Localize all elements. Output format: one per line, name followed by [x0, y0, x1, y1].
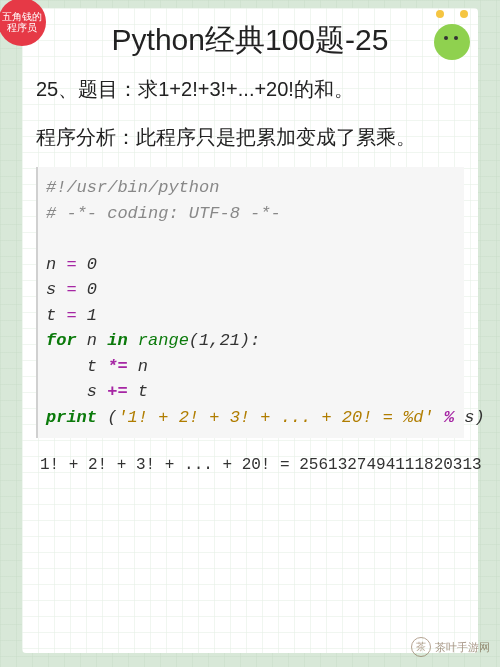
- program-analysis: 程序分析：此程序只是把累加变成了累乘。: [36, 123, 464, 151]
- watermark-icon: 茶: [411, 637, 431, 657]
- badge-line1: 五角钱的: [2, 11, 42, 22]
- code-blank: [46, 226, 456, 252]
- page-title: Python经典100题-25: [36, 20, 464, 61]
- code-block: #!/usr/bin/python # -*- coding: UTF-8 -*…: [36, 167, 464, 438]
- watermark: 茶 茶叶手游网: [411, 637, 490, 657]
- watermark-text: 茶叶手游网: [435, 640, 490, 655]
- program-output: 1! + 2! + 3! + ... + 20! = 2561327494111…: [36, 452, 464, 478]
- content-card: Python经典100题-25 25、题目：求1+2!+3!+...+20!的和…: [22, 8, 478, 653]
- code-s-init: s = 0: [46, 277, 456, 303]
- code-coding: # -*- coding: UTF-8 -*-: [46, 201, 456, 227]
- code-n-init: n = 0: [46, 252, 456, 278]
- code-for: for n in range(1,21):: [46, 328, 456, 354]
- code-t-update: t *= n: [46, 354, 456, 380]
- alien-icon: [430, 14, 474, 64]
- code-shebang: #!/usr/bin/python: [46, 175, 456, 201]
- code-t-init: t = 1: [46, 303, 456, 329]
- code-s-update: s += t: [46, 379, 456, 405]
- problem-statement: 25、题目：求1+2!+3!+...+20!的和。: [36, 75, 464, 103]
- code-print: print ('1! + 2! + 3! + ... + 20! = %d' %…: [46, 405, 456, 431]
- badge-line2: 程序员: [2, 22, 42, 33]
